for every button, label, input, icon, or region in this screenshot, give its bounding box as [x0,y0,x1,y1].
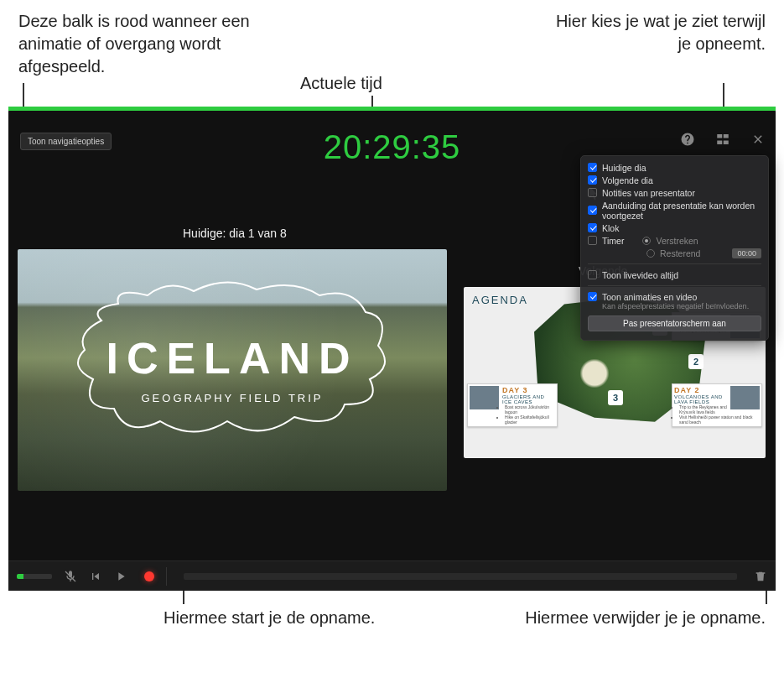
map-pin-3: 3 [608,390,623,405]
option-hint: Kan afspeelprestaties negatief beïnvloed… [588,302,761,310]
previous-slide-button[interactable] [89,570,102,583]
top-right-controls [680,132,766,147]
svg-rect-0 [717,134,722,138]
svg-rect-1 [724,134,729,138]
map-pin-2: 2 [688,354,704,369]
option-show-animations[interactable]: Toon animaties en video [588,290,761,303]
separator [166,567,167,586]
checkbox-icon[interactable] [588,223,597,232]
option-label: Huidige dia [602,163,646,173]
option-ready-indicator[interactable]: Aanduiding dat presentatie kan worden vo… [588,199,761,222]
day2-thumb [730,386,760,409]
callout-line [23,83,24,107]
slide-subtitle: GEOGRAPHY FIELD TRIP [18,392,447,404]
presenter-options-panel: Huidige dia Volgende dia Notities van pr… [580,155,769,341]
radio-remaining[interactable] [646,249,655,258]
agenda-day-3: DAY 3 GLACIERS AND ICE CAVES Boat across… [467,383,558,427]
play-button[interactable] [114,570,127,583]
recording-toolbar [8,560,776,591]
customize-presenter-display-button[interactable]: Pas presentatorscherm aan [588,315,761,331]
day2-b2: Visit Hellisheiði power station and blac… [679,414,760,425]
callout-start-recording: Hiermee start je de opname. [164,607,382,629]
close-icon[interactable] [750,132,766,147]
option-label: Timer [602,236,624,246]
option-live-video[interactable]: Toon livevideo altijd [588,269,761,281]
option-timer[interactable]: Timer Verstreken [588,234,761,247]
option-current-slide[interactable]: Huidige dia [588,161,761,174]
recording-status-bar [8,107,776,111]
option-label: Notities van presentator [602,188,695,198]
option-label: Toon livevideo altijd [602,270,678,280]
slide-title: ICELAND [18,333,447,383]
recording-timeline[interactable] [184,573,737,580]
radio-elapsed[interactable] [642,237,651,245]
checkbox-icon[interactable] [588,270,597,279]
day3-b1: Boat across Jökulsárlón lagoon [505,404,555,414]
checkbox-icon[interactable] [588,175,597,185]
mute-microphone-button[interactable] [64,570,77,583]
checkbox-icon[interactable] [588,163,597,172]
day3-b2: Hike on Skaftafellsjökull glacier [505,414,555,425]
option-clock[interactable]: Klok [588,222,761,234]
presenter-display-window: Toon navigatieopties 20:29:35 Huidige: d… [8,107,776,591]
checkbox-icon[interactable] [588,236,597,245]
option-label: Toon animaties en video [602,292,697,302]
agenda-heading: AGENDA [472,294,528,306]
option-label: Aanduiding dat presentatie kan worden vo… [602,201,761,221]
option-label: Klok [602,223,619,233]
agenda-day-2: DAY 2 VOLCANOES AND LAVA FIELDS Trip to … [672,383,762,427]
microphone-level-meter [17,574,52,579]
current-slide-label: Huidige: dia 1 van 8 [183,227,287,240]
record-button[interactable] [144,571,154,581]
delete-recording-button[interactable] [754,570,767,583]
callout-recording-bar: Deze balk is rood wanneer een animatie o… [18,10,287,78]
current-slide-preview[interactable]: ICELAND GEOGRAPHY FIELD TRIP [18,249,447,491]
day3-thumb [470,386,499,409]
separator [588,285,761,286]
option-timer-remaining-row[interactable]: Resterend 00:00 [588,247,761,259]
separator [588,263,761,264]
layout-options-icon[interactable] [715,132,730,147]
option-label: Resterend [660,248,700,258]
callout-current-time: Actuele tijd [300,72,382,95]
checkbox-icon[interactable] [588,206,597,215]
option-label: Volgende dia [602,175,653,185]
svg-rect-3 [724,141,729,145]
option-presenter-notes[interactable]: Notities van presentator [588,186,761,199]
option-next-slide[interactable]: Volgende dia [588,174,761,186]
record-icon [144,571,154,581]
svg-rect-2 [717,141,722,145]
callout-delete-recording: Hiermee verwijder je je opname. [514,607,766,629]
option-label: Verstreken [656,236,698,246]
checkbox-icon[interactable] [588,188,597,197]
timer-countdown-field[interactable]: 00:00 [732,248,761,258]
help-icon[interactable] [680,132,695,147]
checkbox-icon[interactable] [588,292,597,301]
callout-recording-options: Hier kies je wat je ziet terwijl je opne… [548,10,766,55]
